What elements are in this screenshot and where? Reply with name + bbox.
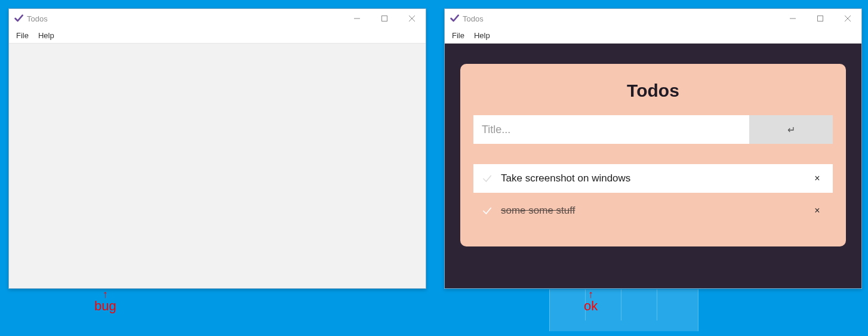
minimize-button[interactable] bbox=[779, 9, 807, 28]
delete-todo-button[interactable]: × bbox=[810, 205, 824, 216]
close-button[interactable] bbox=[834, 9, 861, 28]
client-area-empty bbox=[9, 44, 426, 288]
add-todo-button[interactable]: ↵ bbox=[749, 115, 833, 144]
todo-item[interactable]: Take screenshot on windows × bbox=[473, 164, 833, 193]
new-todo-row: ↵ bbox=[473, 115, 833, 144]
todo-label: Take screenshot on windows bbox=[501, 172, 810, 184]
todos-heading: Todos bbox=[473, 81, 833, 101]
app-window-bug: Todos File Help bbox=[8, 8, 426, 289]
menu-help[interactable]: Help bbox=[469, 30, 495, 41]
checkmark-icon[interactable] bbox=[479, 171, 495, 186]
annotation-label: bug bbox=[94, 298, 116, 313]
app-window-ok: Todos File Help Todos ↵ Take screenshot … bbox=[444, 8, 862, 289]
app-check-icon bbox=[14, 14, 23, 23]
menu-help[interactable]: Help bbox=[33, 30, 59, 41]
menu-file[interactable]: File bbox=[447, 30, 469, 41]
annotation-label: ok bbox=[584, 298, 598, 313]
todo-item[interactable]: some some stuff × bbox=[473, 196, 833, 225]
window-title: Todos bbox=[463, 14, 484, 23]
annotation-ok: ↑ ok bbox=[584, 290, 598, 314]
enter-icon: ↵ bbox=[787, 124, 795, 135]
titlebar[interactable]: Todos bbox=[9, 9, 426, 28]
desktop-taskbar-fragment bbox=[549, 289, 698, 331]
close-button[interactable] bbox=[398, 9, 426, 28]
new-todo-input[interactable] bbox=[473, 115, 749, 144]
arrow-up-icon: ↑ bbox=[94, 290, 116, 298]
todos-card: Todos ↵ Take screenshot on windows × som… bbox=[460, 64, 846, 246]
client-area: Todos ↵ Take screenshot on windows × som… bbox=[445, 44, 861, 288]
titlebar[interactable]: Todos bbox=[445, 9, 861, 28]
window-title: Todos bbox=[27, 14, 48, 23]
menu-file[interactable]: File bbox=[11, 30, 33, 41]
delete-todo-button[interactable]: × bbox=[810, 173, 824, 184]
checkmark-icon[interactable] bbox=[479, 203, 495, 218]
arrow-up-icon: ↑ bbox=[584, 290, 598, 298]
minimize-button[interactable] bbox=[343, 9, 371, 28]
todo-label: some some stuff bbox=[501, 205, 810, 217]
maximize-button[interactable] bbox=[371, 9, 398, 28]
menubar: File Help bbox=[445, 28, 861, 44]
app-check-icon bbox=[450, 14, 459, 23]
menubar: File Help bbox=[9, 28, 426, 44]
maximize-button[interactable] bbox=[807, 9, 834, 28]
svg-rect-1 bbox=[382, 16, 387, 21]
annotation-bug: ↑ bug bbox=[94, 290, 116, 314]
svg-rect-5 bbox=[818, 16, 823, 21]
